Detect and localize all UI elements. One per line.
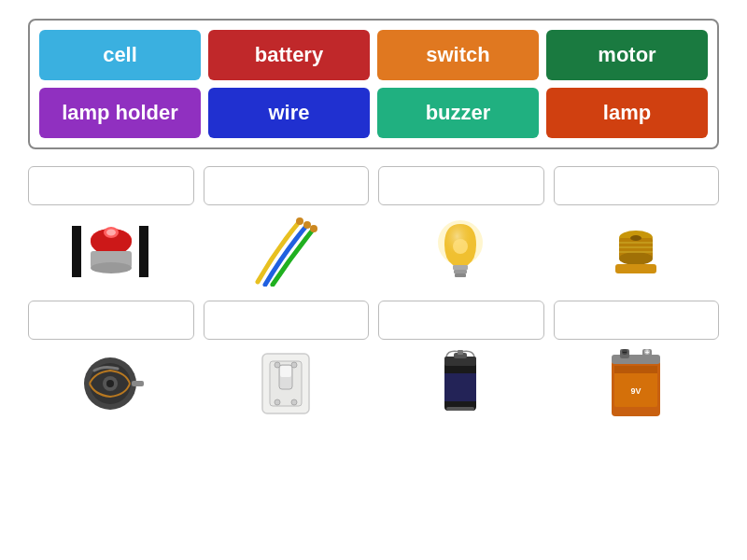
svg-point-22 <box>630 235 641 241</box>
svg-rect-0 <box>72 226 81 277</box>
image-row-1 <box>28 207 719 291</box>
svg-point-33 <box>275 399 280 405</box>
cell-image-cell <box>378 342 544 426</box>
drop-area: 9V − + <box>28 166 719 435</box>
svg-rect-26 <box>132 381 144 386</box>
lamp-holder-image-cell <box>554 207 720 291</box>
drop-box-2-2[interactable] <box>204 301 370 340</box>
wire-image-cell <box>204 207 370 291</box>
svg-point-18 <box>619 252 653 265</box>
svg-point-9 <box>303 221 311 229</box>
switch-image-cell <box>204 342 370 426</box>
row-group-2: 9V − + <box>28 301 719 426</box>
motor-image <box>76 354 146 414</box>
battery-image: 9V − + <box>607 347 665 420</box>
buzzer-image-cell <box>28 207 194 291</box>
drop-box-1-1[interactable] <box>28 166 194 205</box>
image-row-2: 9V − + <box>28 342 719 426</box>
svg-rect-14 <box>454 270 467 273</box>
tile-cell[interactable]: cell <box>39 30 201 80</box>
battery-image-cell: 9V − + <box>554 342 720 426</box>
svg-point-36 <box>291 362 297 368</box>
svg-point-28 <box>106 380 114 387</box>
svg-rect-1 <box>139 226 148 277</box>
svg-point-7 <box>106 230 116 236</box>
svg-rect-42 <box>446 407 474 411</box>
drop-box-2-3[interactable] <box>378 301 544 340</box>
buzzer-image <box>64 212 158 287</box>
lamp-bulb-image <box>435 215 486 285</box>
tile-motor[interactable]: motor <box>546 30 708 80</box>
row-group-1 <box>28 166 719 291</box>
motor-image-cell <box>28 342 194 426</box>
word-bank: cell battery switch motor lamp holder wi… <box>28 19 719 149</box>
drop-box-2-1[interactable] <box>28 301 194 340</box>
lamp-bulb-image-cell <box>378 207 544 291</box>
tile-lamp[interactable]: lamp <box>546 88 708 138</box>
cell-image <box>435 347 486 420</box>
svg-rect-23 <box>615 264 656 273</box>
svg-rect-13 <box>453 265 468 270</box>
svg-text:−: − <box>623 348 627 357</box>
tile-battery[interactable]: battery <box>208 30 370 80</box>
lamp-holder-image <box>606 219 667 280</box>
svg-rect-32 <box>280 366 291 377</box>
svg-point-35 <box>275 362 280 368</box>
tile-buzzer[interactable]: buzzer <box>377 88 539 138</box>
svg-rect-50 <box>614 366 657 373</box>
svg-point-8 <box>296 217 303 225</box>
drop-box-1-2[interactable] <box>204 166 370 205</box>
tile-lamp-holder[interactable]: lamp holder <box>39 88 201 138</box>
svg-point-34 <box>291 399 297 405</box>
svg-text:+: + <box>645 348 650 357</box>
svg-rect-44 <box>612 355 660 364</box>
svg-rect-41 <box>444 373 476 401</box>
drop-box-1-4[interactable] <box>554 166 720 205</box>
drop-box-1-3[interactable] <box>378 166 544 205</box>
switch-image <box>259 350 313 417</box>
drop-row-2 <box>28 301 719 340</box>
svg-rect-15 <box>455 273 466 277</box>
svg-point-5 <box>91 262 132 273</box>
svg-point-10 <box>310 225 317 232</box>
tile-wire[interactable]: wire <box>208 88 370 138</box>
svg-rect-40 <box>458 350 463 355</box>
svg-text:9V: 9V <box>631 386 641 396</box>
tile-switch[interactable]: switch <box>377 30 539 80</box>
svg-point-12 <box>453 239 468 254</box>
drop-box-2-4[interactable] <box>554 301 720 340</box>
wire-image <box>248 212 323 287</box>
drop-row-1 <box>28 166 719 205</box>
